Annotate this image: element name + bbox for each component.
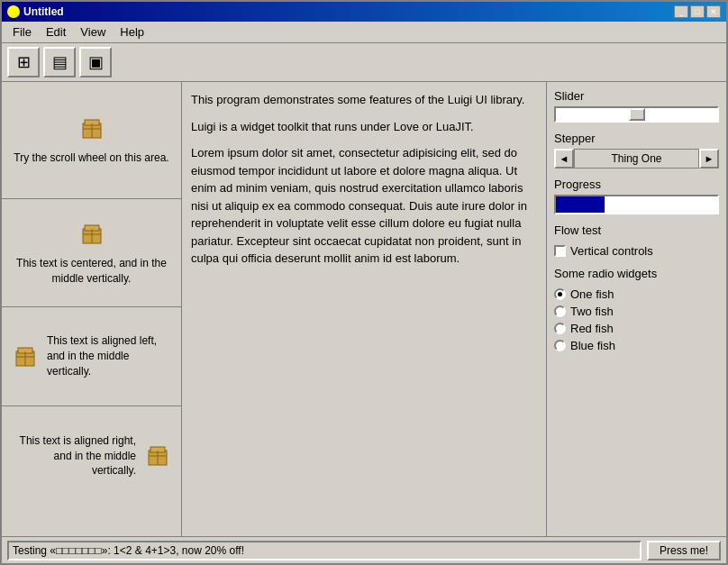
title-bar-left: Untitled	[7, 5, 64, 18]
vertical-controls-label: Vertical controls	[570, 244, 653, 258]
stepper-next-button[interactable]: ►	[699, 149, 719, 169]
box-icon-2	[77, 220, 106, 249]
display-icon: ▣	[88, 52, 104, 72]
slider-label: Slider	[554, 89, 719, 103]
center-cell-text: This text is centered, and in the middle…	[11, 256, 172, 287]
progress-section: Progress	[554, 178, 719, 214]
left-align-cell: This text is aligned left, and in the mi…	[2, 307, 181, 406]
window-title: Untitled	[23, 5, 64, 18]
radio-red-fish-label: Red fish	[570, 322, 614, 335]
main-para-1: This program demonstrates some features …	[191, 91, 537, 109]
radio-one-fish-circle[interactable]	[554, 288, 566, 300]
toolbar-table-button[interactable]: ▤	[43, 47, 76, 77]
radio-two-fish-label: Two fish	[570, 305, 614, 318]
radio-section: Some radio widgets One fish Two fish Red…	[554, 267, 719, 352]
radio-blue-fish-label: Blue fish	[570, 339, 615, 352]
title-bar: Untitled _ □ ✕	[2, 2, 726, 22]
table-icon: ▤	[52, 52, 68, 72]
press-me-button[interactable]: Press me!	[647, 541, 721, 560]
stepper-section: Stepper ◄ Thing One ►	[554, 132, 719, 169]
main-para-2: Luigi is a widget toolkit that runs unde…	[191, 118, 537, 136]
right-align-cell-text: This text is aligned right, and in the m…	[11, 433, 136, 478]
slider-thumb[interactable]	[629, 108, 645, 121]
radio-red-fish-circle[interactable]	[554, 323, 566, 334]
box-icon-4	[143, 442, 172, 470]
menu-view[interactable]: View	[73, 23, 113, 41]
stepper-label: Stepper	[554, 132, 719, 145]
scroll-cell[interactable]: Try the scroll wheel on this area.	[2, 82, 181, 199]
minimize-button[interactable]: _	[674, 5, 688, 18]
center-cell: This text is centered, and in the middle…	[2, 199, 181, 307]
right-panel: Slider Stepper ◄ Thing One ► Progress	[546, 82, 726, 536]
window-icon	[7, 5, 20, 18]
box-icon-1	[77, 114, 106, 143]
flow-section: Flow test Vertical controls	[554, 223, 719, 258]
stepper-value: Thing One	[574, 149, 699, 169]
status-bar: Testing «□□□□□□□»: 1<2 & 4+1>3, now 20% …	[2, 536, 726, 563]
flow-label: Flow test	[554, 223, 719, 237]
slider-track[interactable]	[554, 106, 719, 123]
radio-red-fish[interactable]: Red fish	[554, 322, 719, 335]
main-para-3: Lorem ipsum dolor sit amet, consectetur …	[191, 144, 537, 268]
toolbar: ⊞ ▤ ▣	[2, 43, 726, 82]
radio-one-fish-label: One fish	[570, 287, 614, 301]
progress-track	[554, 195, 719, 214]
main-content: Try the scroll wheel on this area. This …	[2, 82, 726, 536]
title-buttons: _ □ ✕	[674, 5, 721, 18]
toolbar-display-button[interactable]: ▣	[79, 47, 112, 77]
menu-bar: File Edit View Help	[2, 22, 726, 43]
main-window: Untitled _ □ ✕ File Edit View Help ⊞ ▤ ▣	[0, 0, 728, 565]
progress-fill	[556, 196, 605, 213]
stepper-prev-button[interactable]: ◄	[554, 149, 574, 169]
menu-help[interactable]: Help	[113, 23, 151, 41]
right-align-cell: This text is aligned right, and in the m…	[2, 406, 181, 506]
maximize-button[interactable]: □	[690, 5, 705, 18]
menu-file[interactable]: File	[5, 23, 39, 41]
toolbar-grid-button[interactable]: ⊞	[7, 47, 40, 77]
stepper: ◄ Thing One ►	[554, 149, 719, 169]
grid-icon: ⊞	[17, 52, 31, 72]
radio-blue-fish-circle[interactable]	[554, 340, 566, 351]
left-align-cell-text: This text is aligned left, and in the mi…	[47, 333, 172, 378]
menu-edit[interactable]: Edit	[39, 23, 73, 41]
radio-section-label: Some radio widgets	[554, 267, 719, 280]
status-text: Testing «□□□□□□□»: 1<2 & 4+1>3, now 20% …	[7, 541, 642, 560]
progress-label: Progress	[554, 178, 719, 191]
left-panel: Try the scroll wheel on this area. This …	[2, 82, 182, 536]
slider-section: Slider	[554, 89, 719, 123]
radio-blue-fish[interactable]: Blue fish	[554, 339, 719, 352]
checkbox-row[interactable]: Vertical controls	[554, 244, 719, 258]
radio-two-fish-circle[interactable]	[554, 305, 566, 317]
scroll-cell-text: Try the scroll wheel on this area.	[14, 150, 168, 166]
radio-one-fish[interactable]: One fish	[554, 287, 719, 301]
close-button[interactable]: ✕	[706, 5, 721, 18]
box-icon-3	[11, 342, 40, 371]
vertical-controls-checkbox[interactable]	[554, 245, 566, 257]
middle-panel[interactable]: This program demonstrates some features …	[182, 82, 546, 536]
radio-two-fish[interactable]: Two fish	[554, 305, 719, 318]
